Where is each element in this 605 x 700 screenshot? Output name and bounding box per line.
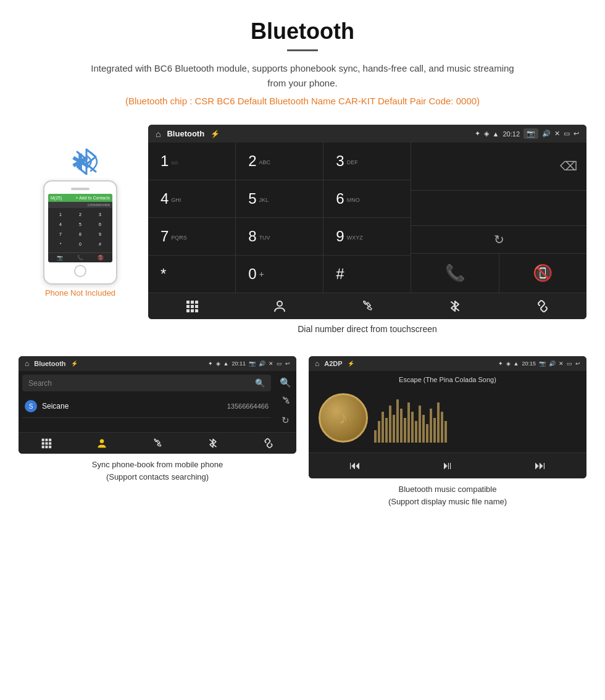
backspace-button[interactable]: ⌫ <box>560 159 577 173</box>
phone-key-2[interactable]: 2 <box>73 210 87 219</box>
phone-tool-button[interactable] <box>323 299 411 313</box>
contacts-vol-icon[interactable]: 🔊 <box>259 360 265 367</box>
key-1[interactable]: 1 ⌂⌂ <box>148 143 236 180</box>
phone-key-4[interactable]: 4 <box>54 220 67 229</box>
phone-key-6[interactable]: 6 <box>93 220 107 229</box>
svg-point-20 <box>100 439 104 443</box>
volume-icon[interactable]: 🔊 <box>542 130 551 138</box>
key-7[interactable]: 7 PQRS <box>148 218 236 255</box>
music-close-icon[interactable]: ✕ <box>559 360 564 367</box>
dialpad-tool-button[interactable] <box>148 299 236 313</box>
key-8-sub: TUV <box>259 235 270 241</box>
key-3-sub: DEF <box>347 159 358 165</box>
dial-screen: ⌂ Bluetooth ⚡ ✦ ◈ ▲ 20:12 📷 🔊 ✕ ▭ ↩ <box>148 125 586 319</box>
key-4-sub: GHI <box>171 197 181 203</box>
music-camera-icon[interactable]: 📷 <box>539 360 546 367</box>
contacts-body: Search 🔍 S Seicane 13566664466 🔍 ↻ <box>19 371 296 432</box>
contacts-bluetooth-button[interactable] <box>185 438 241 449</box>
phone-key-9[interactable]: 9 <box>93 230 107 239</box>
dial-call-button[interactable]: 📞 <box>411 254 499 293</box>
dial-end-button[interactable]: 📵 <box>499 254 586 293</box>
music-back-icon[interactable]: ↩ <box>575 360 580 367</box>
phone-key-8[interactable]: 8 <box>73 230 87 239</box>
music-home-icon[interactable]: ⌂ <box>315 359 319 368</box>
contacts-grid-button[interactable] <box>19 438 74 449</box>
contact-refresh-right-icon[interactable]: ↻ <box>277 412 294 428</box>
music-album-art: ♪ <box>319 393 368 443</box>
phone-home-button[interactable] <box>74 265 86 277</box>
contacts-min-icon[interactable]: ▭ <box>277 360 282 367</box>
link-tool-button[interactable] <box>499 299 586 313</box>
key-hash[interactable]: # <box>323 256 411 293</box>
contacts-close-icon[interactable]: ✕ <box>269 360 273 367</box>
key-1-sub: ⌂⌂ <box>171 159 178 165</box>
bluetooth-tool-button[interactable] <box>411 299 499 313</box>
contact-row-seicane[interactable]: S Seicane 13566664466 <box>22 395 271 418</box>
contacts-back-icon[interactable]: ↩ <box>285 360 290 367</box>
play-pause-button[interactable]: ⏯ <box>401 459 494 472</box>
key-5-sub: JKL <box>259 197 269 203</box>
search-icon: 🔍 <box>255 378 265 388</box>
phone-key-7[interactable]: 7 <box>54 230 67 239</box>
key-0-plus: + <box>259 269 264 279</box>
key-3[interactable]: 3 DEF <box>323 143 411 180</box>
contacts-usb-icon: ⚡ <box>71 360 78 367</box>
back-icon[interactable]: ↩ <box>574 130 579 138</box>
dial-screen-title: Bluetooth <box>167 129 204 138</box>
music-vol-icon[interactable]: 🔊 <box>549 360 556 367</box>
contacts-camera-icon[interactable]: 📷 <box>249 360 256 367</box>
main-area: ✱ M(25) + Add to Contacts 13566 <box>0 112 605 356</box>
next-button[interactable]: ⏭ <box>494 459 586 472</box>
svg-rect-12 <box>45 439 48 441</box>
phone-key-hash[interactable]: # <box>93 240 107 249</box>
key-2[interactable]: 2 ABC <box>236 143 323 180</box>
key-9-main: 9 <box>336 228 344 245</box>
dial-screen-area: ⌂ Bluetooth ⚡ ✦ ◈ ▲ 20:12 📷 🔊 ✕ ▭ ↩ <box>148 125 586 344</box>
phone-call-icon[interactable]: 📞 <box>77 255 83 260</box>
key-4[interactable]: 4 GHI <box>148 180 236 217</box>
home-icon[interactable]: ⌂ <box>156 129 161 139</box>
contacts-person-button[interactable] <box>74 438 130 449</box>
music-bt-icon: ✦ <box>498 360 503 367</box>
dial-refresh-area[interactable]: ↻ <box>411 226 586 254</box>
phone-mockup: M(25) + Add to Contacts 13566664466 1 2 … <box>43 180 117 285</box>
svg-rect-16 <box>49 442 51 444</box>
contacts-tool-button[interactable] <box>236 299 323 313</box>
contact-search-right-icon[interactable]: 🔍 <box>277 375 294 391</box>
key-star[interactable]: * <box>148 256 236 293</box>
close-icon[interactable]: ✕ <box>554 130 560 138</box>
phone-key-1[interactable]: 1 <box>54 210 67 219</box>
key-7-main: 7 <box>161 228 169 245</box>
minimize-icon[interactable]: ▭ <box>564 130 570 138</box>
location-icon: ◈ <box>484 130 489 138</box>
key-8-main: 8 <box>248 228 256 245</box>
music-min-icon[interactable]: ▭ <box>567 360 572 367</box>
contacts-home-icon[interactable]: ⌂ <box>25 359 29 368</box>
phone-end-icon[interactable]: 📵 <box>98 255 104 260</box>
contacts-phone-button[interactable] <box>130 438 185 449</box>
key-9[interactable]: 9 WXYZ <box>323 218 411 255</box>
phone-key-5[interactable]: 5 <box>73 220 87 229</box>
numpad-area: 1 ⌂⌂ 2 ABC 3 DEF <box>148 143 586 293</box>
contacts-link-button[interactable] <box>241 438 296 449</box>
page-description: Integrated with BC6 Bluetooth module, su… <box>86 61 519 91</box>
key-6[interactable]: 6 MNO <box>323 180 411 217</box>
key-7-sub: PQRS <box>171 235 187 241</box>
svg-rect-7 <box>191 309 194 312</box>
music-caption-text: Bluetooth music compatible(Support displ… <box>388 485 507 506</box>
phone-key-3[interactable]: 3 <box>93 210 107 219</box>
key-0[interactable]: 0 + <box>236 256 323 293</box>
camera-button[interactable]: 📷 <box>524 128 538 139</box>
phone-key-0[interactable]: 0 <box>73 240 87 249</box>
numpad-row-3: 7 PQRS 8 TUV 9 WXYZ <box>148 218 411 256</box>
viz-bar <box>444 421 447 443</box>
key-8[interactable]: 8 TUV <box>236 218 323 255</box>
key-5[interactable]: 5 JKL <box>236 180 323 217</box>
music-loc-icon: ◈ <box>506 360 511 367</box>
contact-phone-right-icon[interactable] <box>277 393 294 410</box>
phone-key-star[interactable]: * <box>54 240 67 249</box>
link-icon <box>536 299 549 313</box>
search-bar[interactable]: Search 🔍 <box>22 375 271 391</box>
contacts-loc-icon: ◈ <box>216 360 220 367</box>
prev-button[interactable]: ⏮ <box>309 459 401 472</box>
